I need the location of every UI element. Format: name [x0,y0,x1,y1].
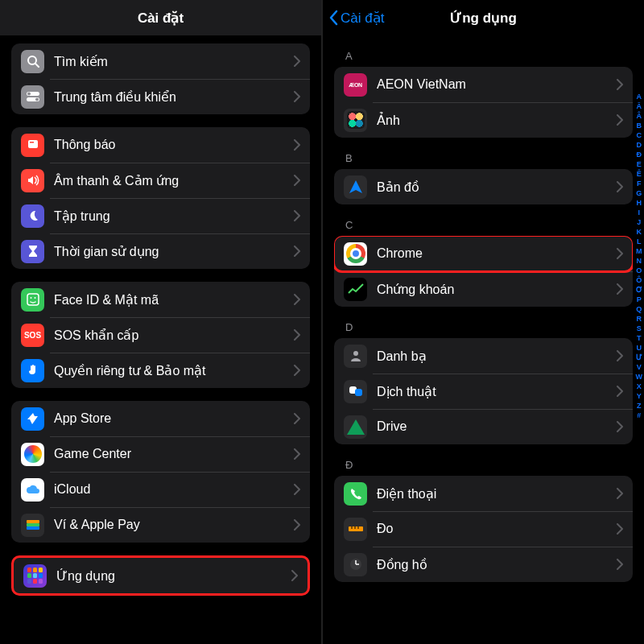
back-button[interactable]: Cài đặt [329,10,384,27]
index-C[interactable]: C [637,130,642,140]
apps-pane: Cài đặt Ứng dụng AĂÂBCDĐEÊFGHIJKLMNOÔƠPQ… [323,0,644,644]
index-V[interactable]: V [637,362,642,372]
index-A[interactable]: A [637,92,642,101]
row-notifications[interactable]: Thông báo [11,127,310,163]
svg-point-10 [34,297,35,299]
index-W[interactable]: W [636,372,643,382]
screentime-icon [21,240,44,263]
svg-point-3 [27,93,31,96]
row-phone[interactable]: Điện thoại [334,476,633,511]
chevron-right-icon [294,448,300,460]
chevron-right-icon [617,181,623,192]
svg-rect-13 [27,526,39,530]
row-label: Thời gian sử dụng [54,244,294,259]
row-label: Drive [377,419,617,434]
index-Z[interactable]: Z [637,401,642,411]
index-Ơ[interactable]: Ơ [636,285,642,295]
row-drive[interactable]: Drive [334,409,633,444]
index-Q[interactable]: Q [636,304,642,314]
drive-icon [344,415,367,439]
row-apps[interactable]: Ứng dụng [14,558,308,593]
row-measure[interactable]: Đo [334,511,633,547]
index-D[interactable]: D [637,140,642,150]
app-group-A: ÆONAEON VietNamẢnh [334,67,633,138]
index-E[interactable]: E [637,159,642,169]
index-Â[interactable]: Â [637,111,642,121]
index-O[interactable]: O [636,266,642,275]
apps-scroll[interactable]: AĂÂBCDĐEÊFGHIJKLMNOÔƠPQRSTUƯVWXYZ# AÆONA… [323,35,644,644]
index-P[interactable]: P [637,295,642,304]
index-#[interactable]: # [637,411,641,420]
index-G[interactable]: G [636,188,642,198]
row-privacy[interactable]: Quyền riêng tư & Bảo mật [11,353,310,388]
search-icon [21,50,44,73]
index-Ê[interactable]: Ê [637,169,642,179]
row-screentime[interactable]: Thời gian sử dụng [11,233,310,269]
index-L[interactable]: L [637,237,642,246]
row-stocks[interactable]: Chứng khoán [334,271,633,307]
row-label: Đồng hồ [377,557,617,572]
chevron-right-icon [294,175,300,186]
row-aeon[interactable]: ÆONAEON VietNam [334,67,633,102]
row-label: Chứng khoán [377,282,617,297]
sounds-icon [21,169,44,192]
icloud-icon [21,478,44,502]
row-clock[interactable]: Đồng hồ [334,547,633,582]
row-sounds[interactable]: Âm thanh & Cảm ứng [11,163,310,198]
row-gamecenter[interactable]: Game Center [11,436,310,472]
row-focus[interactable]: Tập trung [11,198,310,233]
index-J[interactable]: J [637,217,641,227]
index-R[interactable]: R [637,314,642,324]
svg-line-1 [35,64,39,67]
index-M[interactable]: M [636,246,642,256]
index-Y[interactable]: Y [637,391,642,401]
index-Đ[interactable]: Đ [637,150,642,159]
row-search[interactable]: Tìm kiếm [11,43,310,79]
privacy-icon [21,359,44,382]
section-header-B: B [334,138,633,167]
index-Ô[interactable]: Ô [636,275,642,285]
app-group-C: ChromeChứng khoán [334,236,633,307]
header-left: Cài đặt [0,0,321,35]
index-T[interactable]: T [637,333,642,343]
chevron-right-icon [617,488,623,499]
index-S[interactable]: S [637,324,642,333]
row-label: Thông báo [54,138,294,152]
row-chrome[interactable]: Chrome [334,236,633,271]
page-title: Ứng dụng [450,10,517,27]
row-sos[interactable]: SOSSOS khẩn cấp [11,317,310,353]
row-icloud[interactable]: iCloud [11,472,310,507]
index-N[interactable]: N [637,256,642,266]
wallet-icon [21,514,44,537]
chevron-right-icon [617,559,623,570]
row-contacts[interactable]: Danh bạ [334,338,633,374]
index-Ư[interactable]: Ư [636,353,642,362]
index-U[interactable]: U [637,343,642,353]
index-H[interactable]: H [637,198,642,208]
index-F[interactable]: F [637,179,642,188]
row-translate[interactable]: Dịch thuật [334,374,633,409]
row-label: Dịch thuật [377,384,617,399]
index-X[interactable]: X [637,382,642,391]
settings-scroll[interactable]: Tìm kiếmTrung tâm điều khiển Thông báoÂm… [0,35,321,644]
sos-icon: SOS [21,324,44,347]
chevron-right-icon [617,350,623,361]
row-appstore[interactable]: App Store [11,401,310,436]
chrome-icon [344,242,367,266]
row-control-center[interactable]: Trung tâm điều khiển [11,79,310,114]
index-K[interactable]: K [637,227,642,237]
settings-group-1: Tìm kiếmTrung tâm điều khiển [11,43,310,114]
index-B[interactable]: B [637,121,642,130]
chevron-right-icon [294,413,300,424]
chevron-right-icon [617,386,623,397]
translate-icon [344,380,367,403]
chevron-right-icon [294,91,300,102]
row-label: Game Center [54,447,294,461]
index-I[interactable]: I [638,208,640,217]
alphabet-index[interactable]: AĂÂBCDĐEÊFGHIJKLMNOÔƠPQRSTUƯVWXYZ# [636,92,643,420]
row-wallet[interactable]: Ví & Apple Pay [11,507,310,543]
row-faceid[interactable]: Face ID & Mật mã [11,282,310,317]
row-photos[interactable]: Ảnh [334,102,633,138]
row-maps[interactable]: Bản đồ [334,169,633,204]
index-Ă[interactable]: Ă [637,101,642,111]
